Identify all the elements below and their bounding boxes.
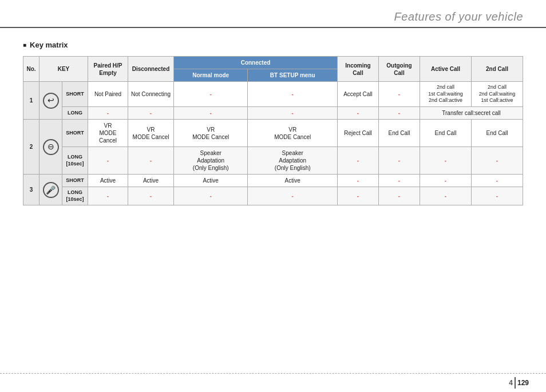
table-row: 2 ⊖ SHORT VRMODE Cancel VRMODE Cancel VR… — [23, 120, 523, 147]
table-row: LONG[10sec] - - SpeakerAdaptation(Only E… — [23, 147, 523, 175]
cell-1-long-normal: - — [174, 107, 248, 120]
col-disconnected: Disconnected — [128, 57, 174, 82]
cell-1-long-outgoing: - — [379, 107, 420, 120]
page-number-box: 4 129 — [509, 377, 529, 389]
col-normal-mode: Normal mode — [174, 69, 248, 82]
table-row: LONG - - - - - - Transfer call:secret ca… — [23, 107, 523, 120]
row-type-3-short: SHORT — [62, 175, 88, 187]
cell-3-long-active: - — [420, 187, 472, 205]
cell-3-long-bt: - — [248, 187, 338, 205]
cell-2-long-paired: - — [88, 147, 128, 175]
row-no-3: 3 — [23, 175, 39, 205]
page-footer: 4 129 — [0, 373, 546, 392]
cell-1-long-active-second: Transfer call:secret call — [420, 107, 523, 120]
row-no-2: 2 — [23, 120, 39, 175]
col-second: 2nd Call — [472, 57, 523, 82]
cell-2-short-disconnected: VRMODE Cancel — [128, 120, 174, 147]
row-type-2-short: SHORT — [62, 120, 88, 147]
row-type-3-long: LONG[10sec] — [62, 187, 88, 205]
cell-2-long-normal: SpeakerAdaptation(Only English) — [174, 147, 248, 175]
cell-3-short-disconnected: Active — [128, 175, 174, 187]
section-title: Key matrix — [23, 41, 523, 49]
cell-3-long-second: - — [472, 187, 523, 205]
key-matrix-table: No. KEY Paired H/P Empty Disconnected Co… — [23, 56, 523, 205]
cell-2-long-bt: SpeakerAdaptation(Only English) — [248, 147, 338, 175]
icon-end-call: ⊖ — [43, 139, 59, 155]
cell-2-long-disconnected: - — [128, 147, 174, 175]
cell-2-short-active: End Call — [420, 120, 472, 147]
cell-3-short-bt: Active — [248, 175, 338, 187]
row-type-1-short: SHORT — [62, 82, 88, 107]
icon-phone-back: ↩ — [43, 93, 59, 109]
cell-3-long-paired: - — [88, 187, 128, 205]
row-type-2-long: LONG[10sec] — [62, 147, 88, 175]
cell-1-short-active: 2nd call1st Call:waiting2nd Call:active — [420, 82, 472, 107]
cell-3-long-disconnected: - — [128, 187, 174, 205]
cell-3-short-second: - — [472, 175, 523, 187]
table-row: 1 ↩ SHORT Not Paired Not Connecting - - … — [23, 82, 523, 107]
col-incoming: Incoming Call — [338, 57, 379, 82]
col-outgoing: Outgoing Call — [379, 57, 420, 82]
cell-3-short-incoming: - — [338, 175, 379, 187]
cell-2-short-outgoing: End Call — [379, 120, 420, 147]
cell-1-short-outgoing: - — [379, 82, 420, 107]
cell-2-long-active: - — [420, 147, 472, 175]
cell-2-short-paired: VRMODE Cancel — [88, 120, 128, 147]
row-type-1-long: LONG — [62, 107, 88, 120]
cell-1-short-bt: - — [248, 82, 338, 107]
col-connected: Connected — [174, 57, 338, 69]
cell-1-long-incoming: - — [338, 107, 379, 120]
cell-3-short-active: - — [420, 175, 472, 187]
cell-1-short-disconnected: Not Connecting — [128, 82, 174, 107]
page-chapter: 4 — [509, 379, 513, 387]
page-title: Features of your vehicle — [394, 10, 523, 23]
col-active: Active Call — [420, 57, 472, 82]
icon-voice: 🎤 — [43, 182, 59, 198]
cell-3-long-incoming: - — [338, 187, 379, 205]
cell-3-short-outgoing: - — [379, 175, 420, 187]
col-key: KEY — [39, 57, 88, 82]
cell-1-short-normal: - — [174, 82, 248, 107]
page-divider — [515, 377, 516, 389]
cell-2-long-incoming: - — [338, 147, 379, 175]
cell-3-long-outgoing: - — [379, 187, 420, 205]
cell-1-long-paired: - — [88, 107, 128, 120]
cell-2-long-outgoing: - — [379, 147, 420, 175]
col-paired: Paired H/P Empty — [88, 57, 128, 82]
table-row: LONG[10sec] - - - - - - - - — [23, 187, 523, 205]
cell-2-short-incoming: Reject Call — [338, 120, 379, 147]
cell-2-short-second: End Call — [472, 120, 523, 147]
cell-1-long-disconnected: - — [128, 107, 174, 120]
cell-1-short-paired: Not Paired — [88, 82, 128, 107]
cell-1-long-bt: - — [248, 107, 338, 120]
cell-2-long-second: - — [472, 147, 523, 175]
row-no-1: 1 — [23, 82, 39, 120]
cell-3-short-normal: Active — [174, 175, 248, 187]
col-no: No. — [23, 57, 39, 82]
cell-1-short-second: 2nd Call2nd Call:waiting1st Call:active — [472, 82, 523, 107]
page-header: Features of your vehicle — [0, 0, 546, 28]
cell-2-short-normal: VRMODE Cancel — [174, 120, 248, 147]
cell-3-short-paired: Active — [88, 175, 128, 187]
page-number: 129 — [517, 379, 529, 387]
cell-3-long-normal: - — [174, 187, 248, 205]
col-bt-setup: BT SETUP menu — [248, 69, 338, 82]
cell-1-short-incoming: Accept Call — [338, 82, 379, 107]
cell-2-short-bt: VRMODE Cancel — [248, 120, 338, 147]
content-area: Key matrix No. KEY Paired H/P Empty Disc… — [0, 28, 546, 211]
table-row: 3 🎤 SHORT Active Active Active Active - … — [23, 175, 523, 187]
